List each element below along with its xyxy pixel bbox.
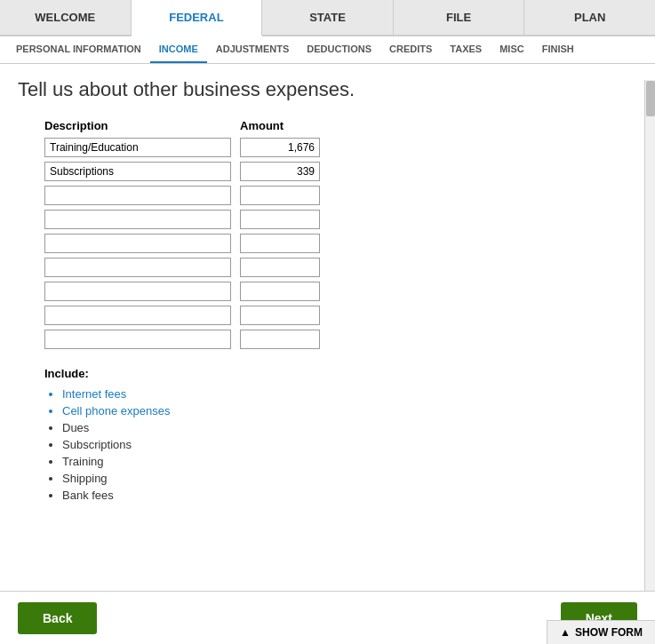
include-list: Internet fees Cell phone expenses Dues S…	[44, 387, 637, 502]
subnav-adjustments[interactable]: ADJUSTMENTS	[207, 36, 299, 63]
desc-input-8[interactable]	[44, 330, 231, 349]
desc-input-4[interactable]	[44, 234, 231, 253]
subnav-income[interactable]: INCOME	[150, 36, 207, 63]
list-item: Bank fees	[62, 489, 637, 502]
table-row	[44, 258, 637, 277]
include-section: Include: Internet fees Cell phone expens…	[18, 367, 637, 502]
tab-federal[interactable]: FEDERAL	[132, 0, 263, 36]
page-content: Tell us about other business expenses. D…	[0, 64, 655, 575]
internet-fees-link[interactable]: Internet fees	[62, 387, 126, 401]
amt-input-5[interactable]	[240, 258, 320, 277]
show-form-icon: ▲	[560, 626, 571, 639]
tab-state[interactable]: STATE	[262, 0, 394, 35]
table-row	[44, 162, 637, 181]
show-form-button[interactable]: ▲ SHOW FORM	[547, 620, 655, 644]
table-row	[44, 234, 637, 253]
desc-input-2[interactable]	[44, 186, 231, 205]
amt-input-4[interactable]	[240, 234, 320, 253]
amt-input-2[interactable]	[240, 186, 320, 205]
table-row	[44, 186, 637, 205]
desc-input-5[interactable]	[44, 258, 231, 277]
table-row	[44, 210, 637, 229]
list-item[interactable]: Internet fees	[62, 387, 637, 401]
subnav-deductions[interactable]: DEDUCTIONS	[298, 36, 380, 63]
subnav-finish[interactable]: FINISH	[533, 36, 583, 63]
list-item: Dues	[62, 421, 637, 434]
tab-file[interactable]: FILE	[394, 0, 525, 35]
subnav-personal-information[interactable]: PERSONAL INFORMATION	[7, 36, 150, 63]
desc-input-1[interactable]	[44, 162, 231, 181]
amt-input-7[interactable]	[240, 306, 320, 325]
desc-input-3[interactable]	[44, 210, 231, 229]
desc-input-7[interactable]	[44, 306, 231, 325]
scroll-thumb[interactable]	[646, 81, 655, 116]
desc-input-0[interactable]	[44, 138, 231, 157]
list-item: Shipping	[62, 472, 637, 485]
show-form-label: SHOW FORM	[575, 626, 643, 639]
table-row	[44, 330, 637, 349]
subnav-taxes[interactable]: TAXES	[441, 36, 491, 63]
amt-input-0[interactable]	[240, 138, 320, 157]
amt-input-1[interactable]	[240, 162, 320, 181]
table-row	[44, 138, 637, 157]
top-nav: WELCOME FEDERAL STATE FILE PLAN	[0, 0, 655, 36]
desc-input-6[interactable]	[44, 282, 231, 301]
col-header-description: Description	[44, 119, 231, 132]
list-item: Subscriptions	[62, 438, 637, 451]
subnav-credits[interactable]: CREDITS	[380, 36, 441, 63]
scrollbar[interactable]	[644, 80, 655, 591]
list-item: Training	[62, 455, 637, 468]
table-row	[44, 306, 637, 325]
form-headers: Description Amount	[44, 119, 637, 132]
include-title: Include:	[44, 367, 637, 380]
cell-phone-link[interactable]: Cell phone expenses	[62, 404, 170, 417]
expense-form: Description Amount	[44, 119, 637, 349]
subnav-misc[interactable]: MISC	[491, 36, 533, 63]
col-header-amount: Amount	[240, 119, 320, 132]
tab-welcome[interactable]: WELCOME	[0, 0, 132, 35]
page-title: Tell us about other business expenses.	[18, 78, 637, 101]
back-button[interactable]: Back	[18, 602, 97, 634]
list-item[interactable]: Cell phone expenses	[62, 404, 637, 417]
tab-plan[interactable]: PLAN	[524, 0, 655, 35]
amt-input-6[interactable]	[240, 282, 320, 301]
amt-input-8[interactable]	[240, 330, 320, 349]
sub-nav: PERSONAL INFORMATION INCOME ADJUSTMENTS …	[0, 36, 655, 64]
table-row	[44, 282, 637, 301]
amt-input-3[interactable]	[240, 210, 320, 229]
